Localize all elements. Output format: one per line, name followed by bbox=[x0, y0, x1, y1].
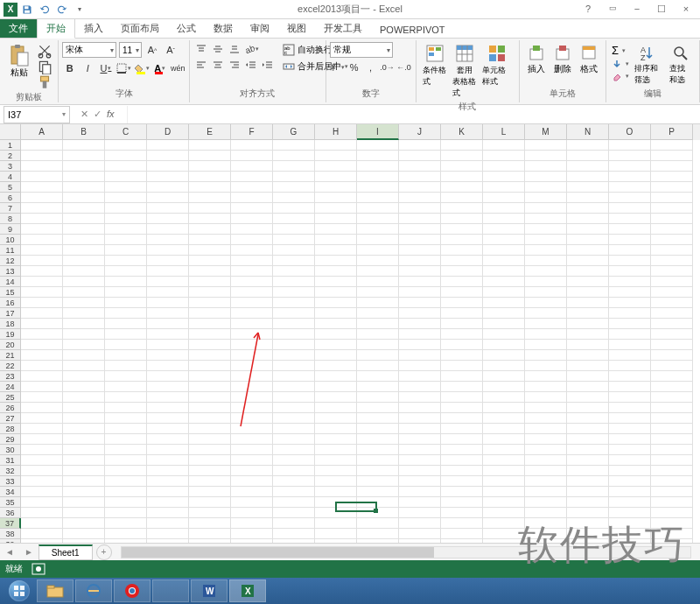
cell[interactable] bbox=[105, 403, 147, 413]
cell[interactable] bbox=[441, 340, 483, 350]
column-header[interactable]: M bbox=[525, 124, 567, 140]
cell[interactable] bbox=[315, 392, 357, 403]
cell[interactable] bbox=[567, 182, 609, 193]
cell[interactable] bbox=[189, 172, 231, 182]
cell[interactable] bbox=[609, 277, 651, 287]
cell[interactable] bbox=[441, 392, 483, 403]
cell[interactable] bbox=[651, 497, 693, 508]
cell[interactable] bbox=[651, 287, 693, 298]
column-header[interactable]: O bbox=[609, 124, 651, 140]
cell[interactable] bbox=[567, 193, 609, 203]
cell[interactable] bbox=[609, 151, 651, 161]
cell[interactable] bbox=[189, 298, 231, 308]
cell[interactable] bbox=[21, 371, 63, 382]
cell[interactable] bbox=[399, 403, 441, 413]
cell[interactable] bbox=[315, 476, 357, 487]
cell[interactable] bbox=[273, 245, 315, 256]
cell[interactable] bbox=[147, 382, 189, 392]
cell[interactable] bbox=[105, 497, 147, 508]
cell[interactable] bbox=[21, 382, 63, 392]
cell[interactable] bbox=[567, 308, 609, 319]
cell[interactable] bbox=[651, 329, 693, 340]
cell[interactable] bbox=[273, 476, 315, 487]
cell[interactable] bbox=[441, 256, 483, 266]
cell[interactable] bbox=[525, 161, 567, 172]
cell[interactable] bbox=[567, 455, 609, 466]
cell[interactable] bbox=[189, 361, 231, 371]
cell[interactable] bbox=[525, 235, 567, 245]
cell[interactable] bbox=[525, 277, 567, 287]
cell[interactable] bbox=[525, 214, 567, 224]
cell[interactable] bbox=[483, 403, 525, 413]
cell[interactable] bbox=[63, 182, 105, 193]
cell[interactable] bbox=[189, 151, 231, 161]
cell[interactable] bbox=[441, 214, 483, 224]
select-all-button[interactable] bbox=[0, 124, 21, 140]
cell[interactable] bbox=[483, 371, 525, 382]
cell[interactable] bbox=[357, 151, 399, 161]
cell[interactable] bbox=[483, 277, 525, 287]
cell[interactable] bbox=[567, 319, 609, 329]
cell[interactable] bbox=[231, 539, 273, 543]
cell[interactable] bbox=[273, 193, 315, 203]
cell[interactable] bbox=[651, 518, 693, 529]
cell[interactable] bbox=[483, 140, 525, 151]
sheet-tab[interactable]: Sheet1 bbox=[38, 544, 93, 560]
cell[interactable] bbox=[21, 245, 63, 256]
cell[interactable] bbox=[189, 266, 231, 277]
cell[interactable] bbox=[189, 256, 231, 266]
cell[interactable] bbox=[357, 203, 399, 214]
cell[interactable] bbox=[567, 518, 609, 529]
cell[interactable] bbox=[231, 466, 273, 476]
cell[interactable] bbox=[441, 266, 483, 277]
cell[interactable] bbox=[399, 256, 441, 266]
cell[interactable] bbox=[231, 413, 273, 424]
cell[interactable] bbox=[525, 140, 567, 151]
cell[interactable] bbox=[273, 277, 315, 287]
cell[interactable] bbox=[441, 361, 483, 371]
cell[interactable] bbox=[399, 287, 441, 298]
cell[interactable] bbox=[231, 497, 273, 508]
cell[interactable] bbox=[525, 319, 567, 329]
cell[interactable] bbox=[567, 214, 609, 224]
column-header[interactable]: F bbox=[231, 124, 273, 140]
cell[interactable] bbox=[273, 371, 315, 382]
cell[interactable] bbox=[399, 455, 441, 466]
cell[interactable] bbox=[105, 256, 147, 266]
cell[interactable] bbox=[399, 445, 441, 455]
cell[interactable] bbox=[357, 361, 399, 371]
tab-file[interactable]: 文件 bbox=[0, 19, 37, 38]
cell[interactable] bbox=[567, 382, 609, 392]
cell[interactable] bbox=[357, 445, 399, 455]
cell[interactable] bbox=[441, 487, 483, 497]
cell[interactable] bbox=[651, 214, 693, 224]
cell[interactable] bbox=[525, 371, 567, 382]
cell[interactable] bbox=[399, 277, 441, 287]
cell[interactable] bbox=[525, 403, 567, 413]
cell[interactable] bbox=[189, 350, 231, 361]
cell[interactable] bbox=[525, 266, 567, 277]
cell[interactable] bbox=[63, 350, 105, 361]
cell[interactable] bbox=[231, 371, 273, 382]
orientation-icon[interactable]: ab bbox=[243, 42, 259, 56]
row-header[interactable]: 27 bbox=[0, 413, 21, 424]
cell[interactable] bbox=[231, 476, 273, 487]
cell[interactable] bbox=[525, 466, 567, 476]
cell[interactable] bbox=[525, 256, 567, 266]
cell[interactable] bbox=[483, 235, 525, 245]
cell[interactable] bbox=[609, 518, 651, 529]
cell[interactable] bbox=[315, 266, 357, 277]
cell[interactable] bbox=[399, 140, 441, 151]
cell[interactable] bbox=[105, 298, 147, 308]
cell[interactable] bbox=[483, 487, 525, 497]
cell[interactable] bbox=[567, 277, 609, 287]
row-header[interactable]: 11 bbox=[0, 245, 21, 256]
cell[interactable] bbox=[441, 518, 483, 529]
cell[interactable] bbox=[315, 382, 357, 392]
cell[interactable] bbox=[441, 224, 483, 235]
italic-button[interactable]: I bbox=[80, 60, 96, 76]
cell[interactable] bbox=[231, 392, 273, 403]
paste-button[interactable]: 粘贴 bbox=[4, 42, 35, 91]
cell[interactable] bbox=[399, 214, 441, 224]
cell[interactable] bbox=[231, 161, 273, 172]
